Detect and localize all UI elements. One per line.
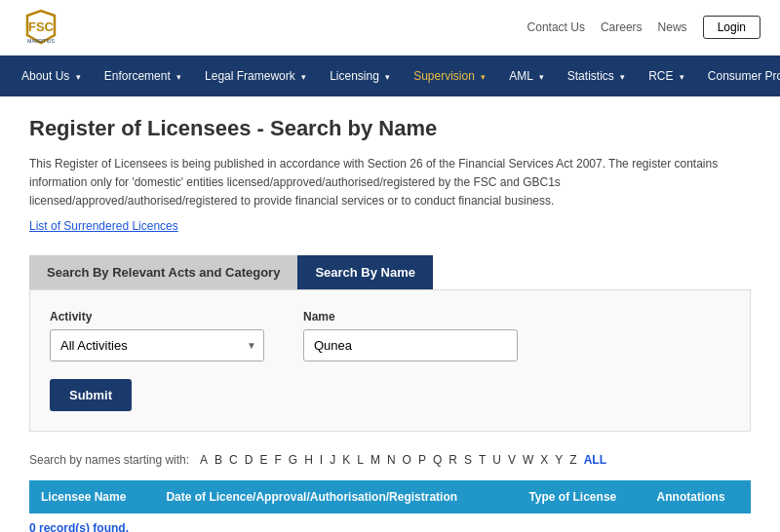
alpha-Z[interactable]: Z [567, 453, 578, 467]
alpha-T[interactable]: T [477, 453, 488, 467]
activity-group: Activity All Activities ▼ [50, 310, 264, 361]
rce-arrow: ▾ [680, 72, 684, 82]
alpha-M[interactable]: M [369, 453, 382, 467]
alpha-search-label: Search by names starting with: [29, 453, 189, 467]
name-input[interactable] [303, 329, 518, 361]
description-text: This Register of Licensees is being publ… [29, 155, 751, 211]
submit-button[interactable]: Submit [50, 379, 132, 411]
aml-arrow: ▾ [539, 72, 544, 82]
main-nav: About Us ▾ Enforcement ▾ Legal Framework… [0, 56, 780, 96]
name-label: Name [303, 310, 518, 323]
top-bar: FSC MAURITIUS Contact Us Careers News Lo… [0, 0, 780, 56]
nav-rce[interactable]: RCE ▾ [637, 56, 696, 96]
fsc-logo: FSC MAURITIUS [20, 6, 62, 49]
alpha-R[interactable]: R [447, 453, 459, 467]
logo-area: FSC MAURITIUS [20, 6, 62, 49]
table-header-row: Licensee Name Date of Licence/Approval/A… [29, 480, 751, 513]
activity-label: Activity [50, 310, 264, 323]
alpha-N[interactable]: N [385, 453, 398, 467]
page-title: Register of Licensees - Search by Name [29, 116, 751, 141]
tab-search-by-name[interactable]: Search By Name [297, 255, 433, 289]
alpha-X[interactable]: X [538, 453, 550, 467]
activity-select-wrapper: All Activities ▼ [50, 329, 264, 361]
nav-licensing[interactable]: Licensing ▾ [318, 56, 402, 96]
nav-about-us[interactable]: About Us ▾ [10, 56, 93, 96]
nav-enforcement[interactable]: Enforcement ▾ [93, 56, 193, 96]
col-date: Date of Licence/Approval/Authorisation/R… [154, 480, 517, 513]
alpha-C[interactable]: C [227, 453, 240, 467]
col-annotations: Annotations [645, 480, 751, 513]
alpha-U[interactable]: U [490, 453, 503, 467]
col-type-license: Type of License [517, 480, 644, 513]
nav-aml[interactable]: AML ▾ [497, 56, 556, 96]
careers-link[interactable]: Careers [601, 20, 643, 34]
alpha-V[interactable]: V [506, 453, 518, 467]
surrendered-licences-link[interactable]: List of Surrendered Licences [29, 219, 178, 233]
alpha-L[interactable]: L [355, 453, 366, 467]
alpha-O[interactable]: O [401, 453, 413, 467]
nav-legal-framework[interactable]: Legal Framework ▾ [193, 56, 318, 96]
alpha-G[interactable]: G [287, 453, 299, 467]
results-count: 0 record(s) found. [29, 521, 751, 532]
search-tabs: Search By Relevant Acts and Category Sea… [29, 255, 751, 289]
activity-select[interactable]: All Activities [50, 329, 264, 361]
alpha-P[interactable]: P [416, 453, 428, 467]
statistics-arrow: ▾ [620, 72, 625, 82]
enforcement-arrow: ▾ [176, 72, 181, 82]
alpha-K[interactable]: K [340, 453, 352, 467]
supervision-arrow: ▾ [481, 72, 486, 82]
nav-supervision[interactable]: Supervision ▾ [402, 56, 497, 96]
legal-framework-arrow: ▾ [301, 72, 306, 82]
alpha-S[interactable]: S [462, 453, 474, 467]
alpha-Q[interactable]: Q [431, 453, 444, 467]
alpha-J[interactable]: J [328, 453, 337, 467]
alpha-Y[interactable]: Y [553, 453, 565, 467]
svg-text:MAURITIUS: MAURITIUS [27, 38, 55, 44]
form-row: Activity All Activities ▼ Name [50, 310, 730, 361]
alpha-E[interactable]: E [257, 453, 269, 467]
results-table: Licensee Name Date of Licence/Approval/A… [29, 480, 751, 513]
contact-us-link[interactable]: Contact Us [527, 20, 585, 34]
news-link[interactable]: News [658, 20, 687, 34]
nav-consumer-protection[interactable]: Consumer Protection ▾ [696, 56, 780, 96]
svg-text:FSC: FSC [28, 19, 55, 34]
nav-statistics[interactable]: Statistics ▾ [556, 56, 637, 96]
main-content: Register of Licensees - Search by Name T… [0, 96, 780, 532]
col-licensee-name: Licensee Name [29, 480, 154, 513]
alpha-W[interactable]: W [521, 453, 535, 467]
alpha-H[interactable]: H [302, 453, 315, 467]
top-links-area: Contact Us Careers News Login [527, 16, 760, 39]
alpha-I[interactable]: I [318, 453, 325, 467]
licensing-arrow: ▾ [385, 72, 390, 82]
search-panel: Activity All Activities ▼ Name Submit [29, 289, 751, 432]
about-us-arrow: ▾ [76, 72, 81, 82]
alpha-D[interactable]: D [243, 453, 255, 467]
alpha-ALL[interactable]: ALL [582, 453, 608, 467]
name-group: Name [303, 310, 518, 361]
alpha-A[interactable]: A [198, 453, 210, 467]
alpha-F[interactable]: F [272, 453, 283, 467]
alpha-B[interactable]: B [213, 453, 224, 467]
alpha-search-row: Search by names starting with: A B C D E… [29, 453, 751, 467]
login-button[interactable]: Login [703, 16, 760, 39]
tab-relevant-acts[interactable]: Search By Relevant Acts and Category [29, 255, 297, 289]
